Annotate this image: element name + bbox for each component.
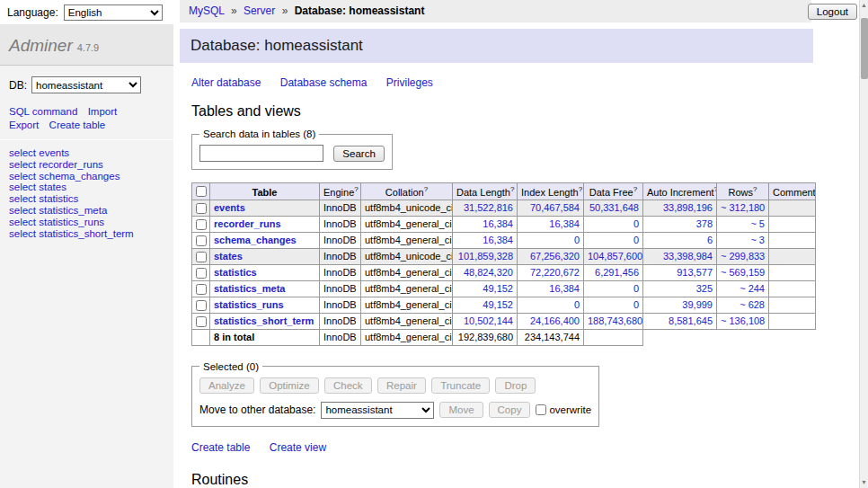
sidebar-action-link[interactable]: Create table <box>49 120 106 130</box>
index-length-link[interactable]: 67,256,320 <box>530 251 580 262</box>
help-icon[interactable]: ? <box>424 185 428 193</box>
auto-increment-link[interactable]: 325 <box>696 283 713 294</box>
breadcrumb-mysql-link[interactable]: MySQL <box>189 4 225 17</box>
logout-button[interactable]: Logout <box>808 4 857 20</box>
row-checkbox[interactable] <box>196 268 207 279</box>
data-free-link[interactable]: 0 <box>633 299 639 310</box>
rows-count-link[interactable]: ~ 136,108 <box>721 315 765 326</box>
index-length-link[interactable]: 16,384 <box>549 218 580 229</box>
copy-button[interactable]: Copy <box>489 402 531 418</box>
table-name-link[interactable]: statistics_runs <box>214 299 284 310</box>
index-length-link[interactable]: 0 <box>574 235 580 245</box>
sidebar-action-link[interactable]: Export <box>9 120 39 130</box>
sidebar-select-link[interactable]: select recorder_runs <box>9 159 164 171</box>
auto-increment-link[interactable]: 33,898,196 <box>663 202 713 213</box>
table-name-link[interactable]: statistics_short_term <box>214 315 314 326</box>
table-name-link[interactable]: events <box>214 202 245 213</box>
index-length-link[interactable]: 16,384 <box>549 283 580 294</box>
data-free-link[interactable]: 188,743,680 <box>588 315 642 326</box>
page-scrollbar[interactable]: ▲ ▼ <box>859 0 868 488</box>
data-free-link[interactable]: 6,291,456 <box>595 267 639 278</box>
search-button[interactable]: Search <box>333 146 384 162</box>
data-length-link[interactable]: 16,384 <box>483 235 513 245</box>
selected-action-button[interactable]: Truncate <box>431 377 490 394</box>
data-free-link[interactable]: 0 <box>633 235 639 245</box>
help-icon[interactable]: ? <box>633 185 637 193</box>
selected-action-button[interactable]: Repair <box>377 377 426 394</box>
rows-count-link[interactable]: ~ 3 <box>750 235 765 245</box>
index-length-link[interactable]: 70,467,584 <box>530 202 580 213</box>
sidebar-select-link[interactable]: select statistics_runs <box>9 217 164 228</box>
sidebar-select-link[interactable]: select statistics_meta <box>9 205 164 217</box>
create-link[interactable]: Create view <box>270 441 326 454</box>
overwrite-checkbox[interactable] <box>536 404 546 415</box>
row-checkbox[interactable] <box>196 252 207 262</box>
auto-increment-link[interactable]: 6 <box>707 235 713 245</box>
row-checkbox[interactable] <box>196 219 207 230</box>
rows-count-link[interactable]: ~ 569,159 <box>721 267 765 278</box>
rows-count-link[interactable]: ~ 628 <box>740 299 765 310</box>
move-button[interactable]: Move <box>439 402 483 418</box>
create-link[interactable]: Create table <box>191 441 250 454</box>
search-input[interactable] <box>199 145 323 162</box>
row-checkbox[interactable] <box>196 284 207 295</box>
rows-count-link[interactable]: ~ 312,180 <box>721 202 765 213</box>
data-length-link[interactable]: 31,522,816 <box>464 202 513 213</box>
rows-count-link[interactable]: ~ 244 <box>740 283 765 294</box>
data-free-link[interactable]: 104,857,600 <box>588 251 642 262</box>
data-free-link[interactable]: 0 <box>633 218 639 229</box>
auto-increment-link[interactable]: 33,398,984 <box>663 251 713 262</box>
selected-action-button[interactable]: Check <box>324 377 372 394</box>
data-length-link[interactable]: 16,384 <box>483 218 513 229</box>
sidebar-select-link[interactable]: select statistics <box>9 193 164 205</box>
data-free-link[interactable]: 0 <box>633 283 639 294</box>
table-name-link[interactable]: schema_changes <box>214 235 297 245</box>
auto-increment-link[interactable]: 8,581,645 <box>669 315 713 326</box>
data-length-link[interactable]: 49,152 <box>483 283 513 294</box>
data-length-link[interactable]: 49,152 <box>483 299 513 310</box>
auto-increment-link[interactable]: 378 <box>696 218 713 229</box>
table-name-link[interactable]: recorder_runs <box>214 218 281 229</box>
data-free-link[interactable]: 50,331,648 <box>589 202 639 213</box>
sidebar-action-link[interactable]: Import <box>88 106 118 117</box>
help-icon[interactable]: ? <box>753 185 757 193</box>
row-checkbox[interactable] <box>196 235 207 246</box>
breadcrumb-server-link[interactable]: Server <box>244 4 275 17</box>
db-action-link[interactable]: Privileges <box>386 76 433 89</box>
selected-action-button[interactable]: Optimize <box>260 377 318 394</box>
rows-count-link[interactable]: ~ 5 <box>750 218 765 229</box>
scrollbar-down-icon[interactable]: ▼ <box>860 477 868 488</box>
selected-action-button[interactable]: Drop <box>495 377 536 394</box>
db-action-link[interactable]: Alter database <box>191 76 261 89</box>
row-checkbox[interactable] <box>196 316 207 327</box>
select-all-checkbox[interactable] <box>196 186 207 197</box>
sidebar-select-link[interactable]: select schema_changes <box>9 171 164 182</box>
sidebar-select-link[interactable]: select states <box>9 182 164 193</box>
table-name-link[interactable]: statistics <box>214 267 257 278</box>
data-length-link[interactable]: 101,859,328 <box>458 251 513 262</box>
rows-count-link[interactable]: ~ 299,833 <box>721 251 765 262</box>
index-length-link[interactable]: 72,220,672 <box>530 267 580 278</box>
sidebar-select-link[interactable]: select statistics_short_term <box>9 228 164 240</box>
selected-action-button[interactable]: Analyze <box>199 377 254 394</box>
help-icon[interactable]: ? <box>579 185 582 193</box>
db-select[interactable]: homeassistant <box>31 76 141 93</box>
data-length-link[interactable]: 10,502,144 <box>464 315 513 326</box>
scrollbar-thumb[interactable] <box>861 18 868 79</box>
auto-increment-link[interactable]: 39,999 <box>682 299 713 310</box>
auto-increment-link[interactable]: 913,577 <box>677 267 713 278</box>
help-icon[interactable]: ? <box>354 185 358 193</box>
index-length-link[interactable]: 0 <box>574 299 580 310</box>
sidebar-action-link[interactable]: SQL command <box>9 106 77 117</box>
adminer-logo-link[interactable]: Adminer <box>9 36 73 55</box>
table-name-link[interactable]: statistics_meta <box>214 283 286 294</box>
move-db-select[interactable]: homeassistant <box>321 402 434 419</box>
row-checkbox[interactable] <box>196 203 207 214</box>
row-checkbox[interactable] <box>196 300 207 311</box>
language-select[interactable]: English <box>64 4 163 21</box>
table-name-link[interactable]: states <box>214 251 243 262</box>
help-icon[interactable]: ? <box>510 185 514 193</box>
db-action-link[interactable]: Database schema <box>280 76 368 89</box>
scrollbar-up-icon[interactable]: ▲ <box>860 0 868 11</box>
index-length-link[interactable]: 24,166,400 <box>530 315 580 326</box>
